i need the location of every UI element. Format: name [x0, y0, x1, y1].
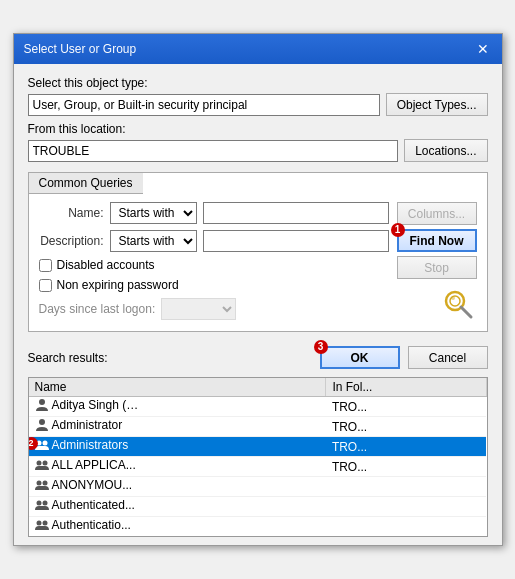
- svg-point-11: [42, 481, 47, 486]
- svg-point-10: [36, 481, 41, 486]
- object-type-group: Select this object type: Object Types...: [28, 76, 488, 116]
- svg-point-15: [42, 521, 47, 526]
- svg-point-12: [36, 501, 41, 506]
- description-row: Description: Starts with: [39, 230, 389, 252]
- table-row[interactable]: Authenticatio...: [29, 517, 487, 537]
- ok-wrapper: 3 OK: [320, 346, 400, 369]
- non-expiring-row: Non expiring password: [39, 278, 389, 292]
- location-input[interactable]: [28, 140, 399, 162]
- table-cell-name: Aditya Singh (…: [29, 397, 326, 417]
- location-group: From this location: Locations...: [28, 122, 488, 162]
- results-table: Name In Fol... Aditya Singh (…TRO... Adm…: [29, 378, 487, 537]
- table-row[interactable]: AdministratorTRO...: [29, 417, 487, 437]
- locations-button[interactable]: Locations...: [404, 139, 487, 162]
- table-row[interactable]: Authenticated...: [29, 497, 487, 517]
- name-select[interactable]: Starts with: [110, 202, 197, 224]
- find-now-wrapper: 1 Find Now: [397, 229, 477, 252]
- svg-line-2: [461, 307, 471, 317]
- disabled-accounts-row: Disabled accounts: [39, 258, 389, 272]
- bottom-buttons: 3 OK Cancel: [320, 346, 488, 369]
- table-row[interactable]: 2 AdministratorsTRO...: [29, 437, 487, 457]
- non-expiring-label: Non expiring password: [57, 278, 179, 292]
- table-cell-name: Authenticatio...: [29, 517, 326, 537]
- table-cell-name: 2 Administrators: [29, 437, 326, 457]
- table-cell-name-text: ANONYMOU...: [52, 478, 133, 492]
- common-queries-group: Common Queries Name: Starts with: [28, 172, 488, 332]
- svg-point-7: [42, 441, 47, 446]
- queries-left: Name: Starts with Description: Starts wi…: [39, 202, 389, 323]
- table-row[interactable]: Aditya Singh (…TRO...: [29, 397, 487, 417]
- svg-point-13: [42, 501, 47, 506]
- location-label: From this location:: [28, 122, 488, 136]
- table-cell-folder: TRO...: [326, 457, 486, 477]
- cancel-button[interactable]: Cancel: [408, 346, 488, 369]
- disabled-accounts-checkbox[interactable]: [39, 259, 52, 272]
- table-cell-name: Authenticated...: [29, 497, 326, 517]
- close-button[interactable]: ✕: [474, 40, 492, 58]
- table-cell-folder: TRO...: [326, 437, 486, 457]
- name-label: Name:: [39, 206, 104, 220]
- object-type-row: Object Types...: [28, 93, 488, 116]
- right-buttons: Columns... 1 Find Now Stop: [397, 202, 477, 323]
- non-expiring-checkbox[interactable]: [39, 279, 52, 292]
- description-input[interactable]: [203, 230, 389, 252]
- table-cell-name-text: ALL APPLICA...: [52, 458, 136, 472]
- queries-main: Name: Starts with Description: Starts wi…: [39, 202, 477, 323]
- col-name: Name: [29, 378, 326, 397]
- table-cell-name: ANONYMOU...: [29, 477, 326, 497]
- table-row[interactable]: ALL APPLICA...TRO...: [29, 457, 487, 477]
- location-row: Locations...: [28, 139, 488, 162]
- table-cell-folder: [326, 497, 486, 517]
- table-cell-name: ALL APPLICA...: [29, 457, 326, 477]
- title-bar: Select User or Group ✕: [14, 34, 502, 64]
- name-input[interactable]: [203, 202, 389, 224]
- object-types-button[interactable]: Object Types...: [386, 93, 488, 116]
- dialog-body: Select this object type: Object Types...…: [14, 64, 502, 340]
- object-type-input[interactable]: [28, 94, 380, 116]
- description-label: Description:: [39, 234, 104, 248]
- table-cell-name-text: Authenticated...: [52, 498, 135, 512]
- name-row: Name: Starts with: [39, 202, 389, 224]
- svg-point-3: [451, 296, 455, 300]
- disabled-accounts-label: Disabled accounts: [57, 258, 155, 272]
- table-cell-folder: [326, 517, 486, 537]
- columns-button[interactable]: Columns...: [397, 202, 477, 225]
- table-body: Aditya Singh (…TRO... AdministratorTRO..…: [29, 397, 487, 538]
- bottom-bar: Search results: 3 OK Cancel: [14, 340, 502, 377]
- search-results-label: Search results:: [28, 351, 108, 365]
- dialog-title: Select User or Group: [24, 42, 137, 56]
- common-queries-tab[interactable]: Common Queries: [29, 173, 143, 194]
- find-now-badge: 1: [391, 223, 405, 237]
- stop-button[interactable]: Stop: [397, 256, 477, 279]
- select-user-dialog: Select User or Group ✕ Select this objec…: [13, 33, 503, 546]
- days-label: Days since last logon:: [39, 302, 156, 316]
- svg-point-9: [42, 461, 47, 466]
- days-select[interactable]: [161, 298, 236, 320]
- queries-content: Name: Starts with Description: Starts wi…: [29, 194, 487, 331]
- description-select[interactable]: Starts with: [110, 230, 197, 252]
- svg-point-8: [36, 461, 41, 466]
- svg-point-4: [39, 399, 45, 405]
- object-type-label: Select this object type:: [28, 76, 488, 90]
- table-cell-folder: TRO...: [326, 417, 486, 437]
- table-cell-folder: [326, 477, 486, 497]
- results-table-container: Name In Fol... Aditya Singh (…TRO... Adm…: [28, 377, 488, 537]
- svg-point-5: [39, 419, 45, 425]
- col-folder: In Fol...: [326, 378, 486, 397]
- table-cell-name-text: Aditya Singh (…: [52, 398, 139, 412]
- table-cell-name: Administrator: [29, 417, 326, 437]
- find-now-button[interactable]: Find Now: [397, 229, 477, 252]
- table-cell-name-text: Administrators: [52, 438, 129, 452]
- search-icon: [441, 287, 477, 323]
- ok-button[interactable]: OK: [320, 346, 400, 369]
- ok-badge: 3: [314, 340, 328, 354]
- search-results-row: Search results: 3 OK Cancel: [28, 346, 488, 369]
- table-cell-name-text: Authenticatio...: [52, 518, 131, 532]
- table-cell-folder: TRO...: [326, 397, 486, 417]
- table-row[interactable]: ANONYMOU...: [29, 477, 487, 497]
- row-badge: 2: [29, 437, 38, 450]
- search-icon-area: [397, 283, 477, 323]
- days-row: Days since last logon:: [39, 298, 389, 320]
- table-cell-name-text: Administrator: [52, 418, 123, 432]
- svg-point-14: [36, 521, 41, 526]
